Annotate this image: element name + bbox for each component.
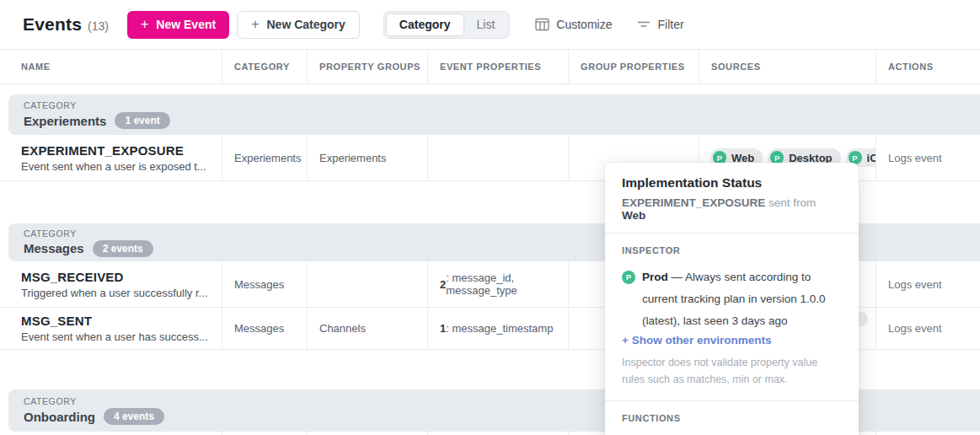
customize-label: Customize: [556, 18, 612, 31]
inspector-prod-status: P Prod — Always sent according to curren…: [622, 266, 842, 332]
inspector-status-text: Prod — Always sent according to current …: [642, 266, 842, 332]
inspector-label: INSPECTOR: [622, 245, 842, 255]
event-description: Event sent when a user has success...: [21, 330, 208, 343]
property-groups-cell: [308, 261, 428, 307]
column-header-category: CATEGORY: [222, 50, 308, 83]
new-event-button[interactable]: + New Event: [127, 11, 229, 39]
new-category-button[interactable]: + New Category: [237, 11, 360, 39]
property-groups-cell: Experiements: [308, 135, 428, 180]
events-page: Events (13) + New Event + New Category C…: [0, 0, 980, 435]
prod-status-icon: P: [622, 271, 635, 284]
category-name: Onboarding: [24, 410, 95, 424]
plus-icon: +: [141, 18, 148, 31]
column-header-name: NAME: [0, 50, 222, 83]
category-cell: Messages: [222, 308, 308, 349]
actions-cell: Logs event: [876, 308, 980, 349]
event-name-cell: MSG_RECEIVED Triggered when a user succe…: [0, 261, 222, 307]
category-cell: Messages: [222, 261, 308, 307]
popover-event-name: EXPERIMENT_EXPOSURE: [622, 196, 765, 209]
inspector-section: INSPECTOR P Prod — Always sent according…: [605, 234, 859, 400]
property-groups-cell: Channels: [308, 308, 428, 349]
event-properties-cell: [428, 135, 569, 180]
category-name: Messages: [24, 241, 84, 255]
new-category-label: New Category: [266, 18, 345, 31]
column-header-event-properties: EVENT PROPERTIES: [428, 50, 569, 83]
popover-source-name: Web: [622, 209, 645, 222]
category-cell: Experiements: [222, 135, 308, 180]
customize-button[interactable]: Customize: [535, 18, 612, 31]
view-toggle-list[interactable]: List: [464, 13, 508, 36]
event-count-badge: 4 events: [104, 408, 164, 425]
inspector-disclaimer: Inspector does not validate property val…: [622, 354, 842, 388]
category-name: Experiements: [24, 114, 106, 128]
event-name-cell: EXPERIMENT_EXPOSURE Event sent when a us…: [0, 135, 222, 180]
filter-button[interactable]: Filter: [637, 18, 683, 31]
event-name: EXPERIMENT_EXPOSURE: [21, 143, 184, 158]
event-name-cell: MSG_SENT Event sent when a user has succ…: [0, 308, 222, 349]
column-header-sources: SOURCES: [699, 50, 876, 83]
event-count-badge: 1 event: [115, 112, 169, 129]
column-header-actions: ACTIONS: [876, 50, 980, 83]
events-count: (13): [88, 19, 109, 33]
view-toggle-category[interactable]: Category: [386, 13, 464, 36]
category-band-experiements: CATEGORY Experiements 1 event: [8, 94, 980, 135]
view-toggle: Category List: [383, 11, 510, 39]
topbar: Events (13) + New Event + New Category C…: [0, 0, 980, 49]
page-title-wrap: Events (13): [23, 14, 109, 35]
functions-label: FUNCTIONS: [622, 413, 842, 423]
category-label: CATEGORY: [24, 100, 980, 110]
filter-label: Filter: [657, 18, 683, 31]
event-properties-cell: 2: message_id, message_type: [428, 261, 569, 307]
new-event-label: New Event: [156, 18, 216, 31]
plus-icon: +: [251, 18, 259, 31]
functions-section: FUNCTIONS ? Dev — Not implemented with A…: [605, 401, 859, 435]
actions-cell: Logs event: [876, 261, 980, 307]
implementation-status-popover: Implementation Status EXPERIMENT_EXPOSUR…: [605, 163, 859, 435]
popover-subtitle: EXPERIMENT_EXPOSURE sent from Web: [622, 196, 842, 222]
column-header-property-groups: PROPERTY GROUPS: [308, 50, 428, 83]
table-header: NAME CATEGORY PROPERTY GROUPS EVENT PROP…: [0, 49, 980, 84]
popover-title: Implementation Status: [622, 175, 842, 191]
page-title: Events: [23, 14, 82, 35]
event-name: MSG_RECEIVED: [21, 270, 124, 284]
event-description: Triggered when a user successfully r...: [21, 287, 207, 299]
popover-header: Implementation Status EXPERIMENT_EXPOSUR…: [605, 163, 859, 234]
event-properties-cell: 1: message_timestamp: [428, 308, 569, 349]
show-other-environments-link[interactable]: + Show other environments: [622, 334, 842, 346]
event-name: MSG_SENT: [21, 314, 92, 328]
actions-cell: Logs event: [876, 135, 980, 180]
columns-icon: [535, 18, 549, 31]
filter-lines-icon: [637, 19, 651, 30]
event-description: Event sent when a user is exposed t...: [21, 160, 206, 173]
column-header-group-properties: GROUP PROPERTIES: [569, 50, 699, 83]
event-count-badge: 2 events: [93, 240, 153, 257]
